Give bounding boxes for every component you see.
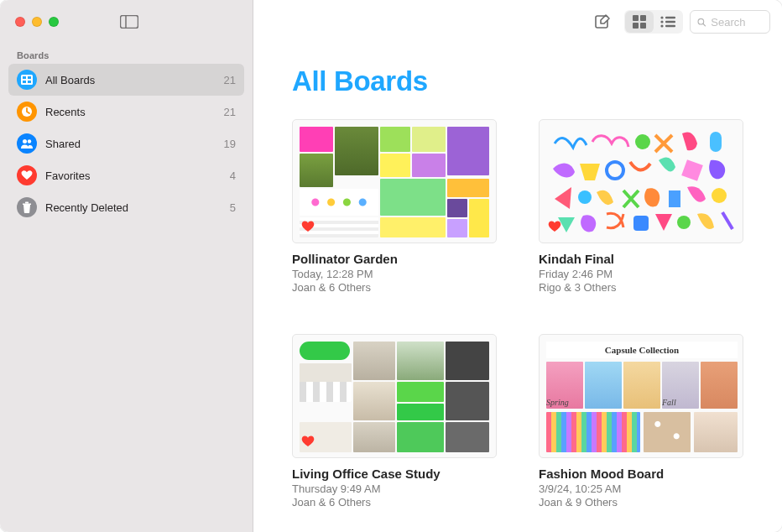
svg-rect-13 [633, 15, 639, 21]
svg-rect-22 [665, 25, 675, 27]
list-view-button[interactable] [654, 11, 682, 33]
sidebar-item-count: 21 [224, 106, 236, 118]
svg-point-31 [712, 188, 727, 203]
board-timestamp: 3/9/24, 10:25 AM [539, 482, 743, 495]
svg-rect-2 [21, 75, 33, 85]
svg-rect-26 [710, 132, 722, 152]
board-icon [17, 70, 37, 90]
svg-point-17 [660, 16, 663, 18]
svg-rect-3 [23, 76, 26, 79]
new-board-button[interactable] [587, 9, 618, 34]
sidebar-item-label: Shared [45, 138, 216, 150]
favorite-badge [301, 436, 315, 451]
svg-point-29 [578, 190, 592, 204]
svg-point-8 [23, 139, 27, 143]
search-field[interactable] [690, 10, 770, 34]
svg-rect-11 [25, 202, 29, 204]
sidebar-section-header: Boards [0, 44, 253, 64]
sidebar-item-label: All Boards [45, 74, 216, 86]
board-thumbnail: Capsule Collection Spring Fall [539, 334, 743, 458]
board-participants: Rigo & 3 Others [539, 281, 743, 294]
svg-rect-15 [633, 23, 639, 29]
board-participants: Joan & 6 Others [292, 496, 497, 509]
board-card[interactable]: Kindah Final Friday 2:46 PM Rigo & 3 Oth… [539, 119, 743, 294]
titlebar [0, 0, 253, 44]
svg-rect-5 [23, 81, 26, 83]
board-participants: Joan & 6 Others [292, 281, 497, 294]
sidebar-item-count: 19 [224, 138, 236, 150]
svg-rect-4 [28, 76, 31, 79]
close-window-button[interactable] [15, 17, 25, 27]
svg-rect-32 [633, 216, 649, 231]
people-icon [17, 133, 37, 154]
search-input[interactable] [711, 16, 763, 29]
board-title: Living Office Case Study [292, 467, 497, 481]
board-title: Fashion Mood Board [539, 467, 743, 481]
sidebar-item-count: 5 [230, 201, 236, 214]
svg-point-21 [660, 24, 663, 27]
favorite-badge [548, 221, 561, 236]
sidebar-item-all-boards[interactable]: All Boards 21 [8, 64, 244, 96]
minimize-window-button[interactable] [32, 17, 42, 27]
clock-icon [17, 102, 37, 122]
page-title: All Boards [253, 44, 782, 112]
search-icon [697, 17, 706, 28]
window-controls [15, 17, 59, 27]
board-thumbnail [292, 119, 497, 243]
toolbar [253, 0, 782, 44]
board-card[interactable]: Pollinator Garden Today, 12:28 PM Joan &… [292, 119, 497, 294]
main-panel: All Boards [253, 0, 782, 532]
sidebar-item-recents[interactable]: Recents 21 [8, 96, 244, 128]
board-timestamp: Friday 2:46 PM [539, 268, 743, 280]
board-participants: Joan & 9 Others [539, 496, 743, 509]
svg-rect-16 [640, 23, 646, 29]
toggle-sidebar-button[interactable] [117, 12, 141, 32]
maximize-window-button[interactable] [49, 17, 59, 27]
svg-point-19 [660, 20, 663, 23]
svg-rect-10 [23, 204, 31, 206]
sidebar-item-label: Recently Deleted [45, 201, 222, 214]
sidebar-item-shared[interactable]: Shared 19 [8, 128, 244, 159]
favorite-badge [301, 221, 315, 236]
board-card[interactable]: Living Office Case Study Thursday 9:49 A… [292, 334, 497, 509]
view-switcher [624, 10, 683, 34]
svg-rect-0 [121, 16, 138, 29]
sidebar: Boards All Boards 21 Recents 21 S [0, 0, 253, 532]
svg-point-9 [28, 139, 31, 143]
svg-rect-14 [640, 15, 646, 21]
board-title: Kindah Final [539, 252, 743, 266]
grid-view-button[interactable] [625, 11, 654, 33]
board-grid: Pollinator Garden Today, 12:28 PM Joan &… [253, 112, 782, 525]
sidebar-item-label: Favorites [45, 170, 222, 182]
svg-point-33 [677, 216, 691, 229]
heart-icon [17, 165, 37, 185]
board-thumbnail [292, 334, 497, 458]
sidebar-item-label: Recents [45, 106, 216, 118]
svg-point-25 [635, 134, 650, 149]
board-timestamp: Today, 12:28 PM [292, 268, 497, 280]
svg-rect-20 [665, 21, 675, 23]
svg-rect-6 [28, 81, 31, 83]
svg-rect-28 [681, 159, 703, 181]
svg-line-24 [703, 23, 706, 26]
sidebar-item-favorites[interactable]: Favorites 4 [8, 159, 244, 191]
board-timestamp: Thursday 9:49 AM [292, 482, 497, 495]
sidebar-item-count: 4 [230, 170, 236, 182]
board-title: Pollinator Garden [292, 252, 497, 266]
board-thumbnail [539, 119, 743, 243]
board-card[interactable]: Capsule Collection Spring Fall Fashion M… [539, 334, 743, 509]
sidebar-list: All Boards 21 Recents 21 Shared 19 [0, 64, 253, 223]
svg-rect-30 [669, 190, 680, 207]
sidebar-item-recently-deleted[interactable]: Recently Deleted 5 [8, 191, 244, 223]
svg-point-27 [607, 162, 623, 179]
sidebar-item-count: 21 [224, 74, 236, 86]
trash-icon [17, 197, 37, 217]
svg-rect-18 [665, 17, 675, 18]
